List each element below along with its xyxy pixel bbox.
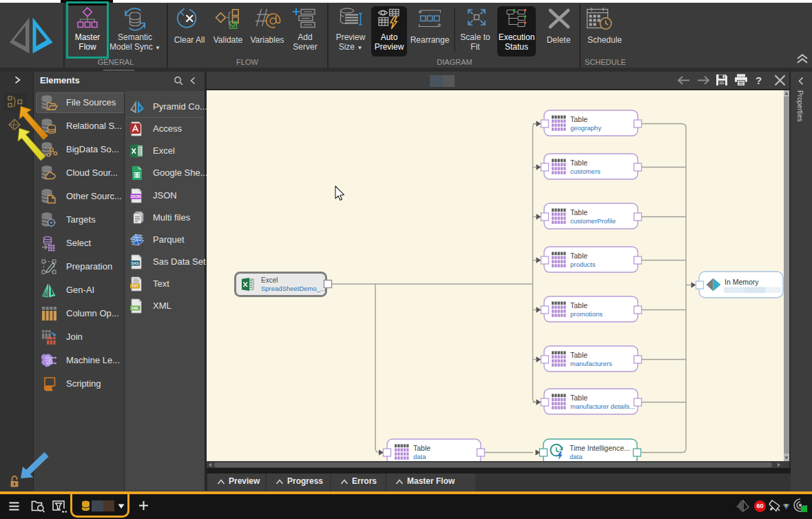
svg-text:Time Intelligence...: Time Intelligence... (570, 444, 630, 452)
svg-text:In Memory: In Memory (725, 278, 759, 286)
svg-text:data: data (413, 453, 426, 460)
svg-text:customers: customers (570, 167, 601, 175)
svg-text:Table: Table (570, 159, 587, 167)
svg-text:Table: Table (570, 301, 587, 309)
svg-text:data: data (570, 453, 583, 460)
svg-text:geography: geography (570, 124, 601, 132)
svg-text:Table: Table (570, 394, 587, 402)
svg-text:manufacturers: manufacturers (570, 360, 612, 367)
svg-text:TXT: TXT (132, 284, 139, 288)
svg-text:SpreadSheetDemo_...: SpreadSheetDemo_... (261, 285, 326, 292)
svg-text:Excel: Excel (261, 276, 278, 284)
svg-text:XML: XML (132, 306, 140, 310)
svg-text:promotions: promotions (570, 310, 603, 318)
svg-text:JSON: JSON (130, 194, 140, 199)
svg-text:products: products (570, 261, 596, 268)
svg-text:Table: Table (570, 351, 587, 359)
svg-text:manufacturer details...: manufacturer details... (570, 403, 635, 410)
svg-text:Table: Table (570, 208, 587, 216)
svg-text:SAS: SAS (131, 261, 138, 265)
svg-text:Table: Table (413, 444, 430, 452)
svg-text:Table: Table (570, 252, 587, 260)
svg-text:customerProfile: customerProfile (570, 217, 616, 225)
svg-text:Table: Table (570, 115, 587, 123)
